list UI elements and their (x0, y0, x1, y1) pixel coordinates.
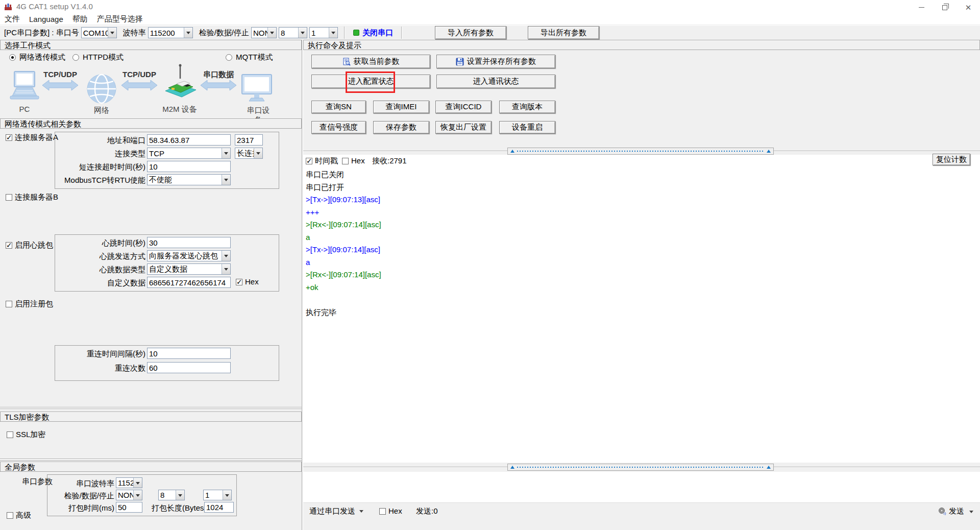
log-line: 串口已打开 (306, 181, 978, 194)
timestamp-label[interactable]: 时间戳 (315, 156, 338, 166)
send-button[interactable]: 发送 (949, 507, 964, 516)
reconnect-count-input[interactable] (147, 362, 231, 373)
heartbeat-mode-select[interactable]: 向服务器发送心跳包 (147, 250, 231, 261)
save-params-button[interactable]: 保存参数 (373, 121, 429, 134)
menu-item[interactable]: 文件 (0, 14, 24, 24)
dropdown-arrow-icon (222, 148, 230, 158)
app-window: 4G CAT1 setup V1.4.0 ✕ 文件Language帮助产品型号选… (0, 0, 980, 530)
send-input-area[interactable] (303, 472, 980, 502)
reconnect-count-label: 重连次数 (54, 364, 145, 373)
get-params-button[interactable]: 获取当前参数 (311, 55, 430, 68)
splitter-arrow-icon (767, 466, 771, 469)
send-hex-checkbox[interactable] (379, 508, 386, 515)
baud-select[interactable]: 115200 (148, 27, 193, 38)
serial-databits-select[interactable]: 8 (158, 490, 185, 500)
heartbeat-hex-checkbox[interactable] (236, 279, 242, 285)
advanced-checkbox[interactable] (7, 512, 13, 519)
pc-label: PC (14, 105, 35, 113)
reconnect-interval-label: 重连时间间隔(秒) (54, 349, 145, 359)
query-imei-button[interactable]: 查询IMEI (373, 101, 429, 113)
dropdown-arrow-icon (108, 28, 116, 38)
serial-stopbits-select[interactable]: 1 (203, 490, 232, 500)
pack-len-input[interactable] (204, 502, 234, 513)
short-timeout-input[interactable] (147, 161, 231, 172)
splitter-dots (517, 467, 764, 468)
mode-radio-httpd[interactable] (72, 54, 79, 61)
tls-header: TLS加密参数 (0, 412, 302, 422)
arrow2-label: TCP/UDP (121, 70, 157, 79)
advanced-label[interactable]: 高级 (16, 511, 31, 520)
ssl-label[interactable]: SSL加密 (16, 430, 45, 440)
heartbeat-hex-label[interactable]: Hex (245, 277, 259, 286)
mode-label-httpd[interactable]: HTTPD模式 (83, 53, 124, 62)
server-b-checkbox[interactable] (6, 194, 12, 201)
timestamp-checkbox[interactable] (306, 158, 312, 164)
modbus-select[interactable]: 不使能 (147, 174, 231, 185)
log-hex-checkbox[interactable] (342, 158, 349, 164)
serial-parity-select[interactable]: NONE (116, 490, 142, 500)
send-hex-label[interactable]: Hex (388, 507, 402, 515)
log-line: >[Tx->][09:07:13][asc] (306, 194, 978, 206)
heartbeat-time-input[interactable] (147, 237, 231, 248)
mode-radio-transparent[interactable] (9, 54, 16, 61)
menu-item[interactable]: 产品型号选择 (92, 14, 148, 24)
send-splitter[interactable] (303, 464, 980, 471)
send-via-serial-dropdown[interactable]: 通过串口发送 (306, 505, 366, 517)
dropdown-arrow-icon (359, 510, 363, 515)
serial-baud-select[interactable]: 115200 (116, 477, 142, 488)
log-splitter[interactable] (303, 148, 980, 155)
reset-count-button[interactable]: 复位计数 (933, 154, 970, 165)
splitter-arrow-icon (510, 150, 514, 153)
addr-input[interactable] (147, 134, 231, 146)
log-output[interactable]: 串口已关闭串口已打开>[Tx->][09:07:13][asc]+++>[Rx<… (303, 168, 978, 463)
heartbeat-mode-label: 心跳发送方式 (54, 252, 145, 261)
splitter-handle[interactable] (507, 148, 774, 155)
pc-serial-label: [PC串口参数] : 串口号 (4, 28, 79, 38)
tls-splitter[interactable] (0, 407, 302, 409)
server-a-checkbox[interactable] (6, 134, 12, 141)
serial-parity-label: 检验/数据/停止 (53, 491, 114, 501)
com-port-select[interactable]: COM10 (81, 27, 117, 38)
port-input[interactable] (235, 134, 263, 146)
query-signal-button[interactable]: 查信号强度 (311, 121, 366, 134)
menu-item[interactable]: 帮助 (68, 14, 92, 24)
set-save-params-button[interactable]: 设置并保存所有参数 (436, 55, 555, 68)
register-checkbox[interactable] (6, 301, 12, 307)
mode-label-transparent[interactable]: 网络透传模式 (19, 53, 65, 62)
server-b-label[interactable]: 连接服务器B (15, 192, 58, 202)
custom-data-input[interactable] (147, 277, 231, 288)
reboot-button[interactable]: 设备重启 (499, 121, 555, 134)
conn-type-select[interactable]: TCP (147, 148, 231, 159)
pack-time-input[interactable] (116, 502, 142, 513)
dropdown-arrow-icon (176, 490, 184, 500)
log-line (306, 294, 978, 306)
dropdown-arrow-icon (254, 148, 262, 158)
modbus-label: ModbusTCP转RTU使能 (54, 176, 145, 185)
enter-comm-button[interactable]: 进入通讯状态 (436, 75, 555, 88)
query-version-button[interactable]: 查询版本 (499, 101, 555, 113)
heartbeat-type-select[interactable]: 自定义数据 (147, 263, 231, 275)
log-line: >[Rx<-][09:07:14][asc] (306, 219, 978, 231)
log-line: +++ (306, 206, 978, 219)
heartbeat-label[interactable]: 启用心跳包 (15, 240, 53, 250)
parity-select[interactable]: NONE (251, 27, 277, 38)
persist-select[interactable]: 长连接 (235, 148, 263, 159)
ssl-checkbox[interactable] (7, 431, 13, 438)
factory-reset-button[interactable]: 恢复出厂设置 (435, 121, 492, 134)
query-sn-button[interactable]: 查询SN (311, 101, 366, 113)
global-splitter[interactable] (0, 459, 302, 461)
server-a-label[interactable]: 连接服务器A (15, 133, 58, 142)
register-label[interactable]: 启用注册包 (15, 299, 53, 309)
splitter-handle[interactable] (507, 464, 774, 471)
reconnect-interval-input[interactable] (147, 348, 231, 359)
heartbeat-type-label: 心跳数据类型 (54, 265, 145, 275)
send-dropdown-arrow[interactable] (969, 511, 973, 515)
send-bar-bg (303, 502, 980, 530)
send-icon (938, 507, 947, 516)
mode-radio-mqtt[interactable] (226, 54, 232, 61)
heartbeat-checkbox[interactable] (6, 242, 12, 249)
mode-label-mqtt[interactable]: MQTT模式 (236, 53, 273, 62)
log-hex-label[interactable]: Hex (351, 156, 365, 165)
query-iccid-button[interactable]: 查询ICCID (435, 101, 492, 113)
menu-item[interactable]: Language (24, 15, 68, 23)
